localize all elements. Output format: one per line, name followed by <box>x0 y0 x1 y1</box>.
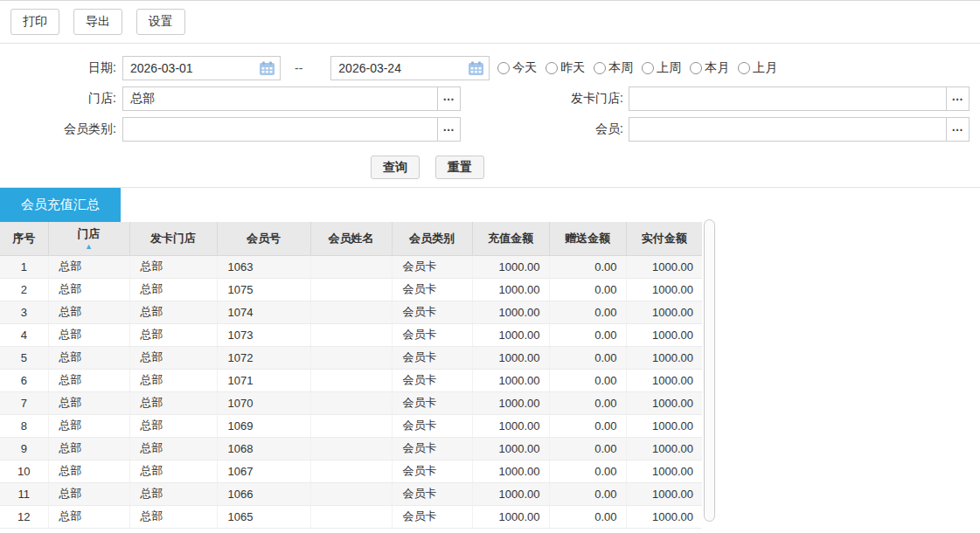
sort-asc-icon: ▲ <box>85 243 93 250</box>
cell-gift-amount: 0.00 <box>549 346 626 369</box>
table-row[interactable]: 1 总部 总部 1063 会员卡 1000.00 0.00 1000.00 <box>0 255 702 278</box>
store-label: 门店: <box>0 91 119 107</box>
cell-recharge-amount: 1000.00 <box>472 460 549 482</box>
column-header-member-no[interactable]: 会员号 <box>217 222 310 255</box>
cell-paid-amount: 1000.00 <box>626 255 702 278</box>
cell-paid-amount: 1000.00 <box>626 460 702 482</box>
issuing-store-label: 发卡门店: <box>461 91 626 107</box>
date-from-input[interactable] <box>123 57 256 80</box>
quick-range-option[interactable]: 本周 <box>594 60 633 76</box>
tab-member-recharge-summary[interactable]: 会员充值汇总 <box>0 188 121 222</box>
cell-paid-amount: 1000.00 <box>626 346 702 369</box>
column-header-no[interactable]: 序号 <box>0 222 48 255</box>
calendar-icon[interactable] <box>256 59 277 78</box>
calendar-icon[interactable] <box>465 59 486 78</box>
column-header-issuing-store[interactable]: 发卡门店 <box>129 222 217 255</box>
table-scrollbar[interactable] <box>702 218 719 533</box>
store-input[interactable] <box>123 87 437 110</box>
member-category-label: 会员类别: <box>0 121 119 137</box>
cell-paid-amount: 1000.00 <box>626 369 702 391</box>
export-button[interactable]: 导出 <box>73 9 122 35</box>
reset-button[interactable]: 重置 <box>435 156 484 179</box>
member-filter-row: 会员类别: ⋯ 会员: ⋯ <box>0 117 980 142</box>
table-row[interactable]: 6 总部 总部 1071 会员卡 1000.00 0.00 1000.00 <box>0 369 702 391</box>
cell-gift-amount: 0.00 <box>549 437 626 460</box>
scrollbar-thumb[interactable] <box>704 219 715 522</box>
quick-range-option[interactable]: 今天 <box>497 60 537 76</box>
member-category-lookup-button[interactable]: ⋯ <box>437 118 460 141</box>
member-field: ⋯ <box>629 117 970 142</box>
cell-member-name <box>310 278 392 301</box>
column-header-gift-amount[interactable]: 赠送金额 <box>549 222 626 255</box>
print-button[interactable]: 打印 <box>10 9 59 35</box>
quick-range-label: 上周 <box>657 60 681 76</box>
store-lookup-button[interactable]: ⋯ <box>437 87 460 110</box>
issuing-store-input[interactable] <box>629 87 946 110</box>
cell-issuing-store: 总部 <box>129 505 217 528</box>
table-row[interactable]: 2 总部 总部 1075 会员卡 1000.00 0.00 1000.00 <box>0 278 702 301</box>
table-row[interactable]: 9 总部 总部 1068 会员卡 1000.00 0.00 1000.00 <box>0 437 702 460</box>
cell-issuing-store: 总部 <box>129 482 217 505</box>
cell-member-category: 会员卡 <box>392 437 472 460</box>
cell-issuing-store: 总部 <box>129 437 217 460</box>
table-row[interactable]: 7 总部 总部 1070 会员卡 1000.00 0.00 1000.00 <box>0 391 702 414</box>
table-row[interactable]: 3 总部 总部 1074 会员卡 1000.00 0.00 1000.00 <box>0 301 702 323</box>
cell-store: 总部 <box>48 414 129 437</box>
cell-recharge-amount: 1000.00 <box>472 369 549 391</box>
cell-issuing-store: 总部 <box>129 278 217 301</box>
cell-paid-amount: 1000.00 <box>626 323 702 346</box>
cell-no: 5 <box>0 346 48 369</box>
quick-range-option[interactable]: 上月 <box>738 60 777 76</box>
member-label: 会员: <box>461 121 626 137</box>
cell-paid-amount: 1000.00 <box>626 391 702 414</box>
member-input[interactable] <box>629 118 946 141</box>
cell-gift-amount: 0.00 <box>549 391 626 414</box>
cell-member-name <box>310 346 392 369</box>
cell-paid-amount: 1000.00 <box>626 278 702 301</box>
cell-member-category: 会员卡 <box>392 414 472 437</box>
cell-recharge-amount: 1000.00 <box>472 346 549 369</box>
cell-gift-amount: 0.00 <box>549 323 626 346</box>
cell-store: 总部 <box>48 460 129 482</box>
cell-recharge-amount: 1000.00 <box>472 505 549 528</box>
cell-issuing-store: 总部 <box>129 323 217 346</box>
column-header-recharge-amount[interactable]: 充值金额 <box>472 222 549 255</box>
settings-button[interactable]: 设置 <box>136 9 185 35</box>
table-row[interactable]: 8 总部 总部 1069 会员卡 1000.00 0.00 1000.00 <box>0 414 702 437</box>
cell-member-no: 1072 <box>217 346 310 369</box>
cell-gift-amount: 0.00 <box>549 460 626 482</box>
cell-member-category: 会员卡 <box>392 460 472 482</box>
table-row[interactable]: 4 总部 总部 1073 会员卡 1000.00 0.00 1000.00 <box>0 323 702 346</box>
table-row[interactable]: 12 总部 总部 1065 会员卡 1000.00 0.00 1000.00 <box>0 505 702 528</box>
cell-no: 1 <box>0 255 48 278</box>
cell-issuing-store: 总部 <box>129 301 217 323</box>
radio-icon <box>642 62 654 74</box>
table-row[interactable]: 5 总部 总部 1072 会员卡 1000.00 0.00 1000.00 <box>0 346 702 369</box>
issuing-store-lookup-button[interactable]: ⋯ <box>946 87 969 110</box>
quick-range-option[interactable]: 昨天 <box>546 60 585 76</box>
table-row[interactable]: 10 总部 总部 1067 会员卡 1000.00 0.00 1000.00 <box>0 460 702 482</box>
query-button[interactable]: 查询 <box>371 156 420 179</box>
table-row[interactable]: 11 总部 总部 1066 会员卡 1000.00 0.00 1000.00 <box>0 482 702 505</box>
radio-icon <box>497 62 510 74</box>
member-lookup-button[interactable]: ⋯ <box>946 118 969 141</box>
filter-actions: 查询 重置 <box>371 156 980 179</box>
cell-member-no: 1074 <box>217 301 310 323</box>
column-header-store[interactable]: 门店 ▲ <box>48 222 129 255</box>
cell-store: 总部 <box>48 346 129 369</box>
member-category-input[interactable] <box>123 118 437 141</box>
cell-issuing-store: 总部 <box>129 460 217 482</box>
column-header-member-name[interactable]: 会员姓名 <box>310 222 392 255</box>
date-to-input[interactable] <box>331 57 465 80</box>
cell-no: 10 <box>0 460 48 482</box>
cell-recharge-amount: 1000.00 <box>472 414 549 437</box>
cell-member-no: 1070 <box>217 391 310 414</box>
quick-range-option[interactable]: 本月 <box>690 60 729 76</box>
cell-gift-amount: 0.00 <box>549 482 626 505</box>
member-recharge-report-page: { "toolbar": { "print": "打印", "export": … <box>0 0 980 533</box>
issuing-store-field: ⋯ <box>629 87 970 111</box>
quick-range-option[interactable]: 上周 <box>642 60 681 76</box>
column-header-member-category[interactable]: 会员类别 <box>392 222 472 255</box>
column-header-paid-amount[interactable]: 实付金额 <box>626 222 702 255</box>
cell-no: 3 <box>0 301 48 323</box>
